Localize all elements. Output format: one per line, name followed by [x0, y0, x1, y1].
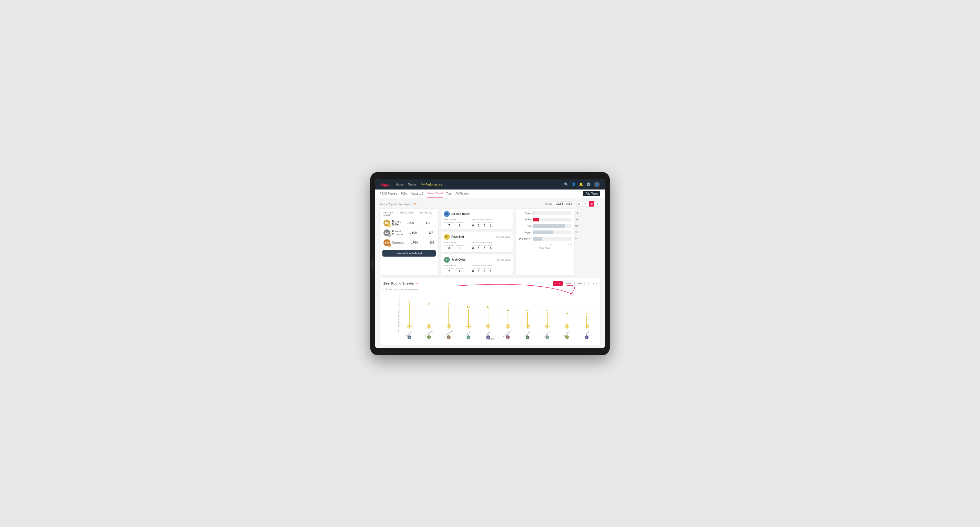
filter-app[interactable]: APP [564, 281, 573, 286]
stats-card-richard: RB Richard Butler Total Rounds Tournamen… [441, 209, 513, 229]
practice-vals: OTT 0 APP 0 ARG 0 [471, 244, 493, 250]
practice-val: 2 [456, 270, 463, 273]
bar-value-pars: 499 [575, 224, 578, 228]
subnav-tour[interactable]: Tour [446, 190, 452, 197]
x-label-200: 200 [549, 243, 553, 246]
lollipop-stick [429, 306, 429, 325]
lollipop-item: 5x J. Coles J [458, 294, 478, 328]
lollipop-ball [526, 325, 530, 328]
practice-activities-label: Total Practice Activities [471, 219, 493, 221]
streaks-filters: OTT APP ARG PUTT [553, 281, 597, 286]
player-name: Josh Coles [451, 258, 466, 261]
sub-nav-links: PGAT Players PGA Hcaps 1-5 Team Clippd T… [380, 189, 469, 197]
nav-my-performance[interactable]: My Performance [421, 182, 442, 187]
subnav-pgat[interactable]: PGAT Players [380, 190, 397, 197]
user-avatar[interactable]: 👤 [594, 181, 600, 187]
period-select[interactable]: Last 3 months [554, 202, 574, 206]
practice-group: Total Practice Activities OTT 0 APP 0 [471, 219, 493, 227]
ott-col: OTT 0 [471, 221, 475, 227]
putt-label: PUTT [488, 244, 493, 247]
rounds-vals: Tournament 8 Practice 4 [444, 244, 463, 250]
settings-icon[interactable]: ⚙️ [586, 182, 591, 186]
card-view-icon[interactable]: ▤ [589, 201, 594, 206]
x-axis-label: Players [486, 338, 494, 340]
tournament-col: Tournament 8 [444, 244, 455, 250]
lollipop-stick [547, 312, 547, 325]
stats-card-rees: RB Rees Britt 02 Sep 2023 Total Rounds T… [441, 232, 513, 252]
subnav-pga[interactable]: PGA [401, 190, 407, 197]
subnav-team-clippd[interactable]: Team Clippd [427, 189, 442, 197]
practice-label: Practice [456, 221, 463, 224]
pb-score: 19/20 [401, 221, 420, 224]
tournament-val: 8 [444, 247, 455, 250]
app-logo: clippd [380, 182, 390, 187]
nav-teams[interactable]: Teams [408, 182, 417, 187]
practice-col: Practice 4 [456, 244, 463, 250]
subnav-all-players[interactable]: All Players [455, 190, 469, 197]
table-view-icon[interactable]: ↕ [595, 201, 600, 206]
app-val: 0 [477, 270, 481, 273]
pb-avg: 107 [423, 231, 439, 234]
lollipop-stick [586, 315, 587, 325]
stats-details: Total Rounds Tournament 7 Practice 6 [444, 219, 510, 227]
leaderboard-card: PLAYER NAME PB SCORE PB AVG SQ RB 1 Rich… [380, 209, 438, 275]
lollipop-stick [488, 309, 488, 325]
app-label: APP [477, 221, 481, 224]
subnav-hcaps[interactable]: Hcaps 1-5 [410, 190, 423, 197]
avatar: JC [444, 257, 450, 263]
practice-label: Practice [456, 244, 463, 247]
player-avatar-circle: J [466, 335, 471, 339]
streaks-subtitle: Off The Tee, Fairway Accuracy [383, 288, 597, 291]
search-icon[interactable]: 🔍 [564, 182, 568, 186]
stats-date: 26 Aug 2023 [496, 259, 510, 261]
lollipop-stick [449, 306, 449, 325]
add-team-button[interactable]: Add Team [583, 191, 600, 196]
subtitle-suffix: Fairway Accuracy [398, 288, 418, 291]
person-icon[interactable]: 👤 [571, 182, 576, 186]
grid-view-icon[interactable]: ⊞ [577, 201, 582, 206]
total-rounds-label: Total Rounds [444, 219, 463, 221]
putt-val: 0 [488, 247, 493, 250]
view-leaderboard-button[interactable]: View Full Leaderboard [382, 250, 436, 257]
lollipop-stick [567, 315, 567, 325]
player-avatar-circle: B [525, 335, 530, 339]
stats-details: Total Rounds Tournament 7 Practice 2 [444, 264, 510, 273]
putt-label: PUTT [488, 267, 493, 270]
list-view-icon[interactable]: ≡ [583, 201, 588, 206]
arg-col: ARG 0 [482, 221, 487, 227]
arg-val: 0 [482, 247, 487, 250]
nav-home[interactable]: Home [396, 182, 403, 187]
pb-score: 17/20 [405, 241, 424, 244]
arg-val: 0 [482, 224, 487, 227]
avatar: EC 2 [383, 229, 390, 237]
lollipop-item: 3x C. Quick C [577, 294, 597, 328]
filter-ott[interactable]: OTT [553, 281, 563, 286]
app-label: APP [477, 267, 481, 270]
filter-putt[interactable]: PUTT [585, 281, 597, 286]
arg-label: ARG [482, 244, 487, 247]
edit-icon[interactable]: ✏️ [414, 203, 417, 206]
x-label-400: 400 [568, 243, 571, 246]
practice-vals: OTT 0 APP 0 ARG 0 [471, 221, 493, 227]
player-avatar-circle: M [545, 335, 549, 339]
player-count: 14 Players [398, 203, 412, 206]
arg-col: ARG 0 [482, 267, 487, 273]
bar-fill-dbogeys [533, 237, 542, 241]
bell-icon[interactable]: 🔔 [579, 182, 583, 186]
avatar: RB 1 [383, 220, 390, 227]
ott-col: OTT 0 [471, 244, 475, 250]
bar-value-bogeys: 311 [575, 230, 578, 234]
bar-label-eagles: Eagles [518, 212, 531, 214]
lollipop-value: 4x [507, 309, 509, 311]
stats-date: 02 Sep 2023 [496, 236, 510, 238]
lollipop-item: 4x B. Ford B [518, 294, 538, 328]
player-name: Richard Butler [451, 213, 470, 215]
lollipop-ball [428, 325, 431, 328]
stats-card-josh: JC Josh Coles 26 Aug 2023 Total Rounds T… [441, 254, 513, 275]
lollipop-value: 7x [408, 299, 410, 302]
player-name: Rees Britt [451, 235, 464, 238]
filter-arg[interactable]: ARG [574, 281, 584, 286]
player-name: Cameron... [392, 241, 405, 244]
power-button[interactable] [372, 258, 373, 269]
tablet-screen: clippd Home Teams My Performance 🔍 👤 🔔 ⚙… [375, 179, 605, 348]
